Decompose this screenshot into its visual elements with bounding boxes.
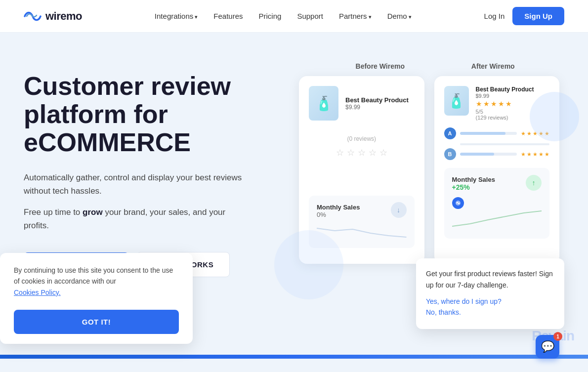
after-review-count: (129 reviews) (476, 115, 534, 121)
divider (460, 143, 550, 145)
deco-circle-2 (274, 230, 343, 299)
chat-link-yes[interactable]: Yes, where do I sign up? (426, 297, 554, 305)
star-f2: ★ (483, 100, 490, 108)
product-price-before: $9.99 (345, 104, 409, 111)
sales-up-icon: ↑ (526, 175, 542, 191)
product-row-before: 🧴 Best Beauty Product $9.99 (309, 86, 415, 121)
nav-auth: Log In Sign Up (484, 7, 564, 25)
review-bars: A ★ ★ ★ ★ ★ B (444, 127, 550, 160)
nav-item-support[interactable]: Support (297, 12, 323, 21)
hero-title: Customer review platform for eCOMMERCE (24, 72, 294, 157)
wiremo-badge-icon (452, 197, 464, 209)
hero-subtitle2: Free up time to grow your brand, your sa… (24, 206, 251, 232)
bar-track-a (460, 132, 517, 135)
hero-section: Customer review platform for eCOMMERCE A… (0, 33, 588, 359)
sales-pct-after: +25% (452, 183, 495, 191)
hero-left: Customer review platform for eCOMMERCE A… (24, 62, 294, 277)
monthly-sales-after: Monthly Sales +25% ↑ (444, 168, 550, 239)
signup-button[interactable]: Sign Up (512, 7, 564, 25)
logo-icon (24, 9, 42, 23)
comparison-cards: 🧴 Best Beauty Product $9.99 (0 reviews) … (294, 76, 564, 264)
review-bar-b: B ★ ★ ★ ★ ★ (444, 148, 550, 160)
after-product-price: $9.99 (476, 93, 534, 99)
avatar-a: A (444, 127, 456, 139)
star-5: ☆ (379, 147, 388, 156)
chart-after (452, 209, 542, 229)
nav-item-partners[interactable]: Partners (339, 12, 372, 21)
nav-item-integrations[interactable]: Integrations (155, 12, 198, 21)
chat-button[interactable]: 💬 1 (536, 335, 559, 359)
product-info-before: Best Beauty Product $9.99 (345, 96, 409, 111)
got-it-button[interactable]: GOT IT! (14, 310, 179, 334)
star-2: ☆ (346, 147, 355, 156)
nav-item-features[interactable]: Features (213, 12, 243, 21)
nav-links: Integrations Features Pricing Support Pa… (155, 12, 412, 21)
no-reviews-text: (0 reviews) (309, 135, 415, 142)
cookie-text: By continuing to use this site you conse… (14, 265, 179, 298)
review-stars-b: ★ ★ ★ ★ ★ (521, 151, 549, 158)
chart-before (317, 218, 407, 238)
nav-item-demo[interactable]: Demo (387, 12, 412, 21)
comparison-labels: Before Wiremo After Wiremo (294, 62, 564, 76)
bar-fill-b (460, 153, 494, 156)
bottom-bar (0, 355, 588, 359)
star-3: ☆ (357, 147, 366, 156)
product-thumb-after: 🧴 (444, 86, 469, 116)
hero-subtitle: Automatically gather, control and displa… (24, 171, 251, 198)
chat-button-container: 💬 1 (536, 335, 559, 359)
bottle-icon: 🧴 (315, 95, 333, 112)
sales-down-icon: ↓ (391, 202, 407, 218)
product-info-after: Best Beauty Product $9.99 ★ ★ ★ ★ ★ 5/5 … (476, 86, 534, 121)
bar-fill-a (460, 132, 505, 135)
deco-circle-1 (530, 92, 579, 141)
no-reviews: (0 reviews) ☆ ☆ ☆ ☆ ☆ (309, 135, 415, 156)
navbar: wiremo Integrations Features Pricing Sup… (0, 0, 588, 33)
product-name-before: Best Beauty Product (345, 96, 409, 104)
star-f3: ★ (491, 100, 497, 108)
chat-popup: Get your first product reviews faster! S… (416, 258, 564, 329)
star-f5: ★ (505, 100, 512, 108)
after-product-name: Best Beauty Product (476, 86, 534, 93)
avatar-b: B (444, 148, 456, 160)
bottle-icon-after: 🧴 (448, 93, 465, 109)
cookie-banner: By continuing to use this site you conse… (0, 253, 193, 344)
chat-popup-text: Get your first product reviews faster! S… (426, 268, 554, 290)
before-label: Before Wiremo (324, 62, 437, 70)
star-1: ☆ (336, 147, 344, 156)
logo-text: wiremo (45, 10, 82, 23)
star-f1: ★ (476, 100, 482, 108)
sales-label-before: Monthly Sales (317, 204, 360, 211)
stars-filled-top: ★ ★ ★ ★ ★ (476, 100, 534, 108)
star-f4: ★ (498, 100, 504, 108)
after-label: After Wiremo (437, 62, 550, 70)
chat-badge: 1 (553, 332, 562, 341)
nav-item-pricing[interactable]: Pricing (259, 12, 282, 21)
logo[interactable]: wiremo (24, 9, 82, 23)
stars-empty: ☆ ☆ ☆ ☆ ☆ (309, 147, 415, 156)
after-rating: 5/5 (476, 109, 534, 115)
chat-link-no[interactable]: No, thanks. (426, 308, 554, 316)
sales-pct-before: 0% (317, 211, 360, 218)
cookie-policy-link[interactable]: Cookies Policy. (14, 289, 61, 296)
star-4: ☆ (368, 147, 377, 156)
hero-right: Before Wiremo After Wiremo 🧴 Best Beauty… (294, 62, 564, 349)
bar-track-b (460, 153, 517, 156)
product-thumb-before: 🧴 (309, 86, 338, 121)
login-button[interactable]: Log In (484, 12, 505, 20)
sales-label-after: Monthly Sales (452, 176, 495, 183)
